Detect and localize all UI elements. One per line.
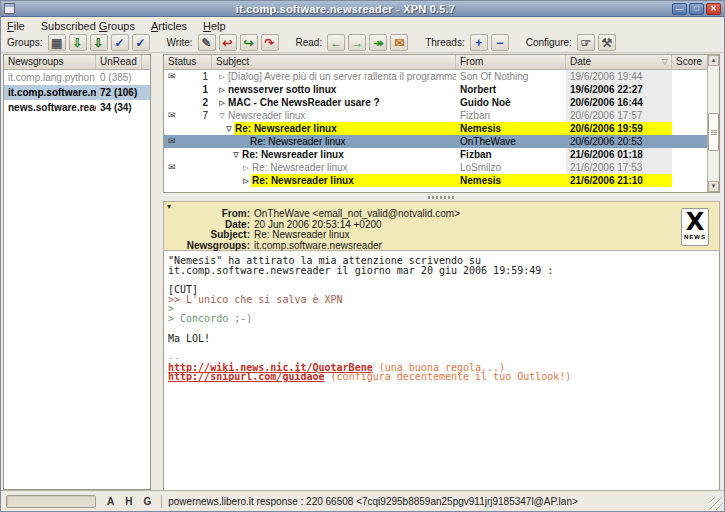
collapse-headers-icon[interactable]: ▾ — [167, 202, 171, 211]
maximize-button[interactable]: □ — [689, 3, 704, 15]
newsgroup-row[interactable]: news.software.readers34 (34) — [4, 100, 150, 115]
expand-thread-icon[interactable]: ▷ — [217, 70, 227, 83]
previous-article-icon: ← — [330, 37, 342, 49]
message-splitter[interactable] — [163, 193, 720, 201]
previous-article-button[interactable]: ← — [327, 34, 345, 51]
unread-mail-lock-button[interactable]: ✉ — [390, 34, 408, 51]
catchup-group-button[interactable]: ✓ — [132, 34, 150, 51]
article-score — [672, 96, 709, 109]
newsgroup-row[interactable]: it.comp.lang.python0 (385) — [4, 70, 150, 85]
article-date: 20/6/2006 16:44 — [566, 96, 672, 109]
splitter-grip[interactable] — [428, 196, 456, 199]
article-row[interactable]: ✉Re: Newsreader linuxOnTheWave20/6/2006 … — [164, 135, 709, 148]
mark-read-icon: ✓ — [115, 37, 125, 49]
reply-icon: ↩ — [222, 37, 232, 49]
preferences-button[interactable]: ⚒ — [598, 34, 616, 51]
collapse-thread-icon[interactable]: ▽ — [231, 148, 241, 161]
newsgroup-name: it.comp.lang.python — [4, 70, 96, 85]
subject-label: Subject: — [178, 230, 250, 241]
body-line: it.comp.software.newsreader il giorno ma… — [168, 266, 719, 276]
toolbar-section-label: Write: — [167, 37, 193, 48]
get-marked-articles-button[interactable]: ⇩ — [90, 34, 108, 51]
minimize-button[interactable]: — — [672, 3, 687, 15]
catchup-group-icon: ✓ — [136, 37, 146, 49]
menu-articles[interactable]: Articles — [151, 20, 187, 32]
next-article-icon: → — [351, 37, 363, 49]
followup-button[interactable]: ↪ — [240, 34, 258, 51]
menu-file[interactable]: File — [7, 20, 25, 32]
body-line: > Concordo ;-) — [168, 314, 719, 324]
body-line — [168, 275, 719, 285]
article-date: 21/6/2006 01:18 — [566, 148, 672, 161]
article-score — [672, 109, 709, 122]
expand-thread-icon[interactable]: ▷ — [241, 174, 251, 187]
body-text: >> L'unico che si salva è XPN — [168, 294, 343, 305]
unread-column-header[interactable]: UnRead — [96, 55, 142, 69]
newsgroup-name: it.comp.software.newsr — [4, 85, 96, 100]
hyperlink[interactable]: http://snipurl.com/guidaoe — [168, 371, 325, 382]
expand-thread-icon[interactable]: ▷ — [217, 83, 227, 96]
date-column-header[interactable]: Date▽ — [566, 55, 672, 69]
subscribe-groups-icon: ▦ — [51, 37, 62, 49]
expand-threads-button[interactable]: + — [470, 34, 488, 51]
close-button[interactable]: ✕ — [706, 3, 721, 15]
get-new-articles-icon: ⇩ — [73, 37, 83, 49]
article-date: 21/6/2006 17:53 — [566, 161, 672, 174]
scroll-down-icon[interactable]: ▼ — [708, 181, 719, 192]
reply-button[interactable]: ↩ — [219, 34, 237, 51]
subscribe-groups-button[interactable]: ▦ — [48, 34, 66, 51]
next-article-button[interactable]: → — [348, 34, 366, 51]
resize-grip[interactable] — [710, 497, 723, 510]
body-line — [168, 324, 719, 334]
expand-thread-icon[interactable]: ▷ — [241, 161, 251, 174]
scrollbar-thumb[interactable] — [708, 113, 719, 151]
mark-read-button[interactable]: ✓ — [111, 34, 129, 51]
next-unread-article-button[interactable]: ↠ — [369, 34, 387, 51]
article-date: 20/6/2006 17:57 — [566, 109, 672, 122]
expand-thread-icon[interactable]: ▷ — [217, 96, 227, 109]
from-column-header[interactable]: From — [456, 55, 566, 69]
toolbar-section-label: Read: — [296, 37, 323, 48]
from-label: From: — [178, 209, 250, 220]
article-from: Fizban — [456, 109, 566, 122]
subject-column-header[interactable]: Subject — [212, 55, 456, 69]
newsgroups-panel: Newsgroups UnRead it.comp.lang.python0 (… — [3, 54, 151, 490]
collapse-thread-icon[interactable]: ▽ — [217, 109, 227, 122]
article-row[interactable]: 1▷newsserver sotto linuxNorbert19/6/2006… — [164, 83, 709, 96]
title-bar[interactable]: it.comp.software.newsreader - XPN 0.5.7 … — [1, 1, 724, 17]
forward-button[interactable]: ↷ — [261, 34, 279, 51]
scores-button[interactable]: ☞ — [577, 34, 595, 51]
scroll-up-icon[interactable]: ▲ — [708, 55, 719, 66]
newsgroup-row[interactable]: it.comp.software.newsr72 (106) — [4, 85, 150, 100]
collapse-threads-button[interactable]: − — [491, 34, 509, 51]
article-list-scrollbar[interactable]: ▲ ▼ — [707, 55, 719, 192]
new-article-button[interactable]: ✎ — [198, 34, 216, 51]
article-row[interactable]: ▽Re: Newsreader linuxFizban21/6/2006 01:… — [164, 148, 709, 161]
newsgroup-unread-count: 0 (385) — [96, 70, 150, 85]
statusbar-divider — [161, 495, 162, 508]
article-subject: Newsreader linux — [227, 109, 456, 122]
get-new-articles-button[interactable]: ⇩ — [69, 34, 87, 51]
article-row[interactable]: ▽Re: Newsreader linuxNemesis20/6/2006 19… — [164, 122, 709, 135]
from-value: OnTheWave <email_not_valid@notvalid.com> — [254, 209, 460, 220]
article-score — [672, 83, 709, 96]
collapse-thread-icon[interactable]: ▽ — [224, 122, 234, 135]
status-bar: AHG powernews.libero.it response : 220 6… — [1, 490, 724, 511]
article-score — [672, 174, 709, 187]
article-row[interactable]: 2▷MAC - Che NewsReader usare ?Guido Noè2… — [164, 96, 709, 109]
article-from: Fizban — [456, 148, 566, 161]
panel-splitter[interactable] — [151, 54, 163, 491]
menu-subscribed-groups[interactable]: Subscribed Groups — [41, 20, 135, 32]
xpn-window: it.comp.software.newsreader - XPN 0.5.7 … — [0, 0, 725, 512]
unread-mail-lock-icon: ✉ — [394, 37, 404, 49]
article-row[interactable]: ▷Re: Newsreader linuxNemesis21/6/2006 21… — [164, 174, 709, 187]
body-line: Ma LOL! — [168, 334, 719, 344]
article-row[interactable]: ✉1▷[Dialog] Avere più di un server ralle… — [164, 70, 709, 83]
article-row[interactable]: ✉▷Re: Newsreader linuxLoSmilzo21/6/2006 … — [164, 161, 709, 174]
newsgroups-column-header[interactable]: Newsgroups — [4, 55, 96, 69]
status-column-header[interactable]: Status — [164, 55, 212, 69]
window-title: it.comp.software.newsreader - XPN 0.5.7 — [19, 3, 672, 15]
article-date: 19/6/2006 22:27 — [566, 83, 672, 96]
menu-help[interactable]: Help — [203, 20, 226, 32]
article-row[interactable]: ✉7▽Newsreader linuxFizban20/6/2006 17:57 — [164, 109, 709, 122]
